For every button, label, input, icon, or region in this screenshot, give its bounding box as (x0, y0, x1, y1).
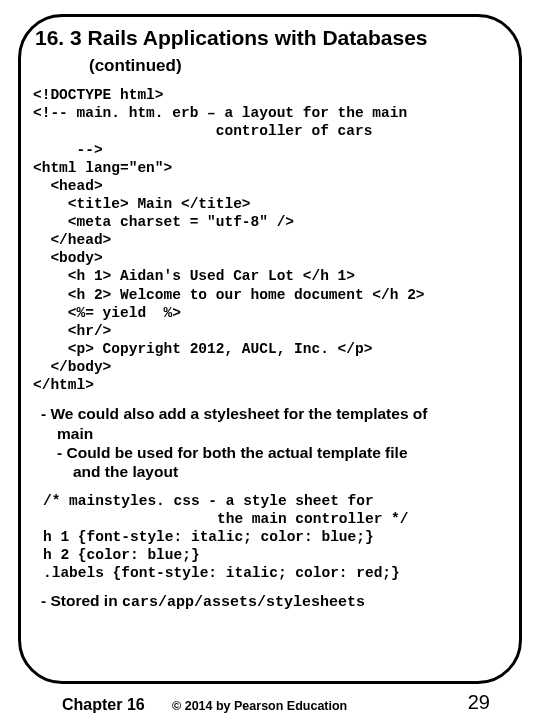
bullet-2: - Could be used for both the actual temp… (57, 443, 507, 462)
stored-label: - Stored in (41, 592, 122, 609)
footer-copyright: © 2014 by Pearson Education (172, 699, 347, 713)
slide-title: 16. 3 Rails Applications with Databases (35, 25, 505, 50)
footer-page-number: 29 (468, 691, 490, 714)
bullet-2-cont: and the layout (73, 462, 507, 481)
slide-subtitle: (continued) (89, 56, 507, 76)
slide-frame: 16. 3 Rails Applications with Databases … (18, 14, 522, 684)
bullet-list: - We could also add a stylesheet for the… (41, 404, 507, 482)
code-block-css: /* mainstyles. css - a style sheet for t… (43, 492, 507, 583)
bullet-1-cont: main (57, 424, 507, 443)
stored-path: cars/app/assets/stylesheets (122, 594, 365, 611)
bullet-1: - We could also add a stylesheet for the… (41, 404, 507, 423)
footer-chapter: Chapter 16 (62, 696, 145, 714)
code-block-erb: <!DOCTYPE html> <!-- main. htm. erb – a … (33, 86, 507, 394)
stored-line: - Stored in cars/app/assets/stylesheets (41, 592, 507, 611)
